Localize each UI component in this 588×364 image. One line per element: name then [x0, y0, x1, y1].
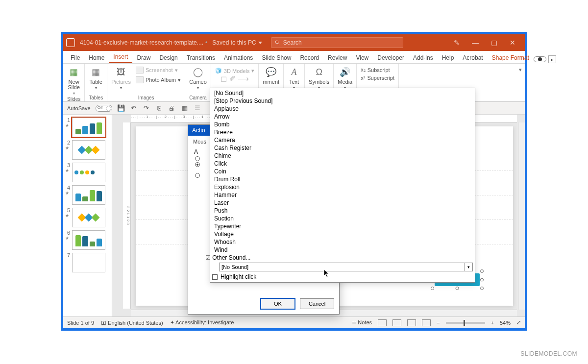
tab-home[interactable]: Home	[84, 52, 109, 63]
slide-thumb-7[interactable]: 7	[65, 253, 110, 272]
maximize-button[interactable]: ▢	[485, 34, 503, 51]
pictures-button[interactable]: 🖼Pictures▾	[111, 66, 131, 90]
tab-record[interactable]: Record	[295, 52, 323, 63]
highlight-checkbox[interactable]	[212, 274, 218, 280]
slide-thumb-4[interactable]: 4★	[65, 185, 110, 205]
accessibility-button[interactable]: ✦ Accessibility: Investigate	[170, 319, 234, 326]
language-button[interactable]: 🕮 English (United States)	[101, 320, 163, 326]
sound-option[interactable]: Push	[212, 207, 473, 215]
sound-option[interactable]: Chime	[212, 152, 473, 160]
tab-insert[interactable]: Insert	[109, 51, 132, 63]
thumbnail-pane[interactable]: 1★ 2★ 3★ 4★ 5★ 6★ 7	[63, 115, 112, 316]
svg-line-1	[278, 44, 279, 45]
zoom-slider[interactable]	[446, 322, 485, 324]
sound-option[interactable]: Breeze	[212, 128, 473, 136]
view-slideshow-button[interactable]	[422, 319, 431, 326]
sound-option[interactable]: Hammer	[212, 191, 473, 199]
zoom-level[interactable]: 54%	[500, 320, 511, 326]
slide-counter[interactable]: Slide 1 of 9	[67, 320, 94, 326]
qat-btn-1[interactable]: ⎘	[155, 104, 163, 112]
tab-help[interactable]: Help	[438, 52, 459, 63]
view-sorter-button[interactable]	[392, 319, 401, 326]
view-normal-button[interactable]	[378, 319, 387, 326]
minimize-button[interactable]: —	[466, 34, 485, 51]
tab-design[interactable]: Design	[155, 52, 182, 63]
text-button[interactable]: AText▾	[288, 66, 300, 90]
superscript-button[interactable]: x² Superscript	[361, 75, 394, 81]
sound-select-field[interactable]	[219, 263, 465, 271]
chevron-down-icon[interactable]: ▾	[465, 263, 473, 271]
zoom-out-button[interactable]: −	[437, 320, 440, 326]
tab-transitions[interactable]: Transitions	[182, 52, 220, 63]
autosave-label: AutoSave	[67, 105, 91, 111]
search-box[interactable]: Search	[271, 37, 403, 48]
ok-button[interactable]: OK	[261, 298, 295, 309]
sound-option[interactable]: Applause	[212, 105, 473, 113]
tab-developer[interactable]: Developer	[373, 52, 409, 63]
table-button[interactable]: ▦Table▾	[90, 66, 102, 90]
pen-icon[interactable]: ✎	[447, 34, 466, 51]
tab-acrobat[interactable]: Acrobat	[458, 52, 487, 63]
tab-addins[interactable]: Add-ins	[409, 52, 438, 63]
redo-icon[interactable]: ↷	[143, 104, 150, 112]
notes-button[interactable]: ≐ Notes	[352, 319, 372, 326]
cameo-button[interactable]: ◯Cameo▾	[189, 66, 206, 90]
tab-file[interactable]: File	[66, 52, 84, 63]
slide-thumb-5[interactable]: 5★	[65, 208, 110, 227]
cancel-button[interactable]: Cancel	[300, 298, 334, 309]
slide-thumb-1[interactable]: 1★	[65, 118, 110, 137]
sound-option[interactable]: Explosion	[212, 183, 473, 191]
undo-icon[interactable]: ↶	[130, 104, 138, 112]
sound-option[interactable]: Click	[212, 160, 473, 168]
screenshot-button[interactable]: Screenshot ▾	[136, 67, 181, 73]
sound-option[interactable]: Arrow	[212, 113, 473, 121]
qat-btn-2[interactable]: 🖨	[168, 104, 176, 112]
sound-option[interactable]: Typewriter	[212, 222, 473, 230]
sound-option[interactable]: [No Sound]	[212, 89, 473, 97]
tab-slideshow[interactable]: Slide Show	[257, 52, 295, 63]
symbols-button[interactable]: ΩSymbols▾	[309, 66, 329, 90]
ruler-vertical: 3 2 1 1 2 3	[123, 122, 131, 309]
qat-btn-3[interactable]: ▦	[181, 104, 189, 112]
tab-animations[interactable]: Animations	[220, 52, 257, 63]
photo-album-button[interactable]: Photo Album ▾	[136, 76, 181, 83]
sound-option[interactable]: Wind	[212, 246, 473, 254]
slide-thumb-2[interactable]: 2★	[65, 140, 110, 160]
zoom-in-button[interactable]: +	[491, 320, 494, 326]
new-slide-button[interactable]: ▦New Slide▾	[68, 66, 80, 96]
recording-indicator[interactable]	[534, 56, 546, 62]
fit-to-window-button[interactable]: ⤢	[516, 319, 521, 326]
comment-button[interactable]: 💬mment	[263, 66, 279, 85]
sound-option[interactable]: Camera	[212, 136, 473, 144]
statusbar: Slide 1 of 9 🕮 English (United States) ✦…	[63, 316, 525, 328]
sound-option[interactable]: [Stop Previous Sound]	[212, 97, 473, 105]
group-slides: ▦New Slide▾ Slides	[63, 64, 85, 101]
sound-option[interactable]: Suction	[212, 215, 473, 222]
save-state[interactable]: Saved to this PC	[212, 39, 262, 46]
tab-shape-format[interactable]: Shape Format	[488, 52, 534, 63]
slide-thumb-6[interactable]: 6★	[65, 230, 110, 250]
view-reading-button[interactable]	[407, 319, 416, 326]
sound-option-other[interactable]: Other Sound...	[203, 254, 473, 262]
3d-models-button[interactable]: 🧊 3D Models ▾	[215, 68, 255, 74]
sound-option[interactable]: Cash Register	[212, 144, 473, 152]
sound-option[interactable]: Voltage	[212, 230, 473, 238]
close-button[interactable]: ✕	[503, 34, 522, 51]
slide-thumb-3[interactable]: 3★	[65, 163, 110, 182]
subscript-button[interactable]: x₂ Subscript	[361, 67, 390, 73]
tab-view[interactable]: View	[351, 52, 373, 63]
save-icon[interactable]: 💾	[117, 104, 125, 112]
tab-review[interactable]: Review	[323, 52, 351, 63]
scrollbar-vertical[interactable]	[518, 122, 525, 310]
tab-draw[interactable]: Draw	[132, 52, 155, 63]
sound-option[interactable]: Laser	[212, 199, 473, 207]
sound-option[interactable]: Coin	[212, 168, 473, 175]
media-button[interactable]: 🔊Media▾	[338, 66, 352, 90]
sound-option[interactable]: Drum Roll	[212, 175, 473, 183]
sound-dropdown-list[interactable]: [No Sound] [Stop Previous Sound] Applaus…	[210, 88, 475, 283]
collapse-ribbon-button[interactable]: ▸	[548, 55, 556, 63]
autosave-toggle[interactable]: Off	[96, 105, 112, 112]
sound-option[interactable]: Bomb	[212, 121, 473, 128]
sound-option[interactable]: Whoosh	[212, 238, 473, 246]
qat-btn-4[interactable]: ☰	[194, 104, 201, 112]
